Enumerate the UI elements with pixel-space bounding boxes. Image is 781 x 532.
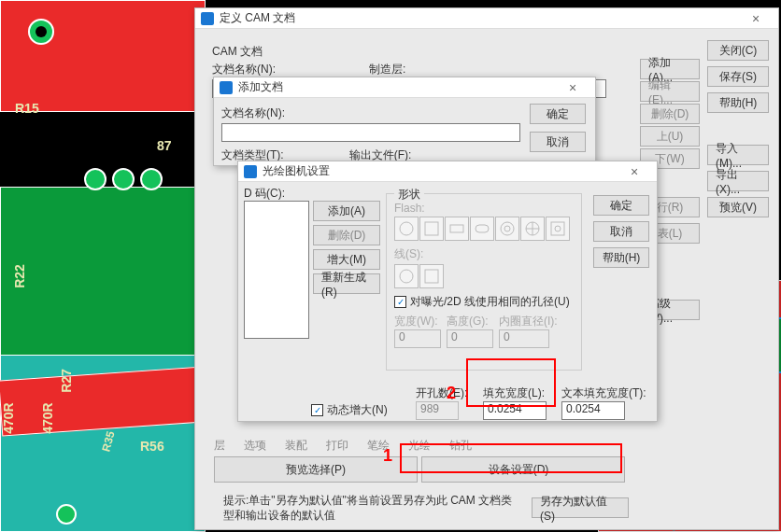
width-input: 0 [394, 329, 441, 348]
tab-option[interactable]: 选项 [244, 438, 266, 454]
svg-point-9 [400, 270, 413, 283]
line-square[interactable] [419, 264, 444, 288]
dcode-regen-button[interactable]: 重新生成(R) [313, 273, 380, 294]
edit-button[interactable]: 编辑(E)... [640, 81, 700, 102]
mfg-layer-label: 制造层: [369, 62, 405, 77]
svg-point-4 [501, 222, 514, 235]
shape-square[interactable] [419, 217, 444, 241]
tab-photo[interactable]: 光绘 [408, 438, 431, 454]
inner-dia-label: 内圈直径(I): [499, 315, 558, 328]
help-button[interactable]: 帮助(H) [707, 92, 769, 113]
apertures-label: 开孔数(E): [416, 386, 467, 399]
annotation-number-1: 1 [383, 446, 392, 466]
add-doc-title: 添加文档 [238, 79, 550, 95]
hint-text: 提示:单击"另存为默认值"将当前设置另存为此 CAM 文档类型和输出设备的默认值 [223, 494, 522, 523]
ok-button[interactable]: 确定 [530, 104, 586, 124]
dcode-delete-button[interactable]: 删除(D) [313, 225, 380, 245]
dcode-enlarge-button[interactable]: 增大(M) [313, 249, 380, 270]
dcode-list[interactable] [244, 201, 309, 339]
close-button[interactable]: 关闭(C) [707, 40, 769, 61]
inner-dia-input: 0 [499, 329, 549, 348]
same-aperture-checkbox[interactable]: ✓ 对曝光/2D 线使用相同的孔径(U) [394, 294, 570, 310]
up-button[interactable]: 上(U) [640, 126, 700, 147]
annotation-number-2: 2 [447, 384, 456, 403]
titlebar: 定义 CAM 文档 × [195, 8, 778, 29]
width-label: 宽度(W): [394, 315, 438, 328]
photoplot-window: 光绘图机设置 × D 码(C): 添加(A) 删除(D) 增大(M) 重新生成(… [237, 161, 658, 422]
height-input: 0 [447, 329, 493, 348]
pp-cancel-button[interactable]: 取消 [593, 221, 649, 242]
pp-help-button[interactable]: 帮助(H) [593, 247, 649, 268]
save-default-button[interactable]: 另存为默认值(S) [532, 497, 629, 518]
height-label: 高度(G): [447, 315, 489, 328]
svg-rect-7 [551, 222, 564, 235]
pp-ok-button[interactable]: 确定 [593, 195, 649, 216]
tab-print[interactable]: 打印 [326, 438, 348, 454]
svg-point-8 [555, 226, 561, 231]
shape-group-label: 形状 [394, 187, 424, 203]
dynamic-enlarge-checkbox[interactable]: ✓动态增大(N) [311, 402, 388, 418]
import-button[interactable]: 导入(M)... [707, 145, 769, 165]
tab-drill[interactable]: 钻孔 [449, 438, 472, 454]
close-icon[interactable]: × [739, 9, 773, 28]
shape-target[interactable] [520, 217, 545, 241]
line-circle[interactable] [394, 264, 419, 288]
svg-rect-1 [425, 222, 438, 235]
shape-oval[interactable] [470, 217, 494, 241]
svg-point-5 [504, 226, 510, 231]
fill-width-input[interactable]: 0.0254 [483, 401, 547, 420]
dcode-add-button[interactable]: 添加(A) [313, 201, 380, 221]
text-fill-input[interactable]: 0.0254 [561, 401, 625, 420]
apertures-input: 989 [416, 401, 459, 420]
cancel-button[interactable]: 取消 [530, 132, 586, 152]
shape-donut[interactable] [495, 217, 519, 241]
device-settings-button[interactable]: 设备设置(D)... [421, 456, 625, 483]
app-icon [244, 165, 257, 178]
shape-sq-donut[interactable] [546, 217, 570, 241]
svg-rect-2 [450, 225, 463, 232]
flash-label: Flash: [394, 202, 425, 215]
svg-point-0 [400, 222, 413, 235]
add-doc-name-label: 文档名称(N): [221, 106, 285, 119]
photoplot-title: 光绘图机设置 [263, 163, 612, 179]
add-doc-name-input[interactable] [221, 123, 520, 142]
save-button[interactable]: 保存(S) [707, 66, 769, 87]
fill-width-label: 填充宽度(L): [483, 386, 545, 399]
export-button[interactable]: 导出(X)... [707, 171, 769, 191]
app-icon [201, 12, 214, 25]
app-icon [220, 81, 233, 94]
preview-button[interactable]: 预览(V) [707, 197, 769, 217]
svg-rect-3 [476, 225, 489, 232]
shape-circle[interactable] [394, 217, 419, 241]
delete-button[interactable]: 删除(D) [640, 104, 700, 124]
doc-name-label: 文档名称(N): [212, 62, 276, 77]
svg-rect-10 [425, 270, 438, 283]
window-title: 定义 CAM 文档 [220, 10, 733, 26]
close-icon[interactable]: × [618, 162, 651, 181]
tab-arrange[interactable]: 装配 [285, 438, 307, 454]
close-icon[interactable]: × [556, 78, 589, 97]
add-document-window: 添加文档 × 文档名称(N): 确定 取消 文档类型(T): 输出文件(F): [213, 77, 596, 166]
line-label: 线(S): [394, 247, 423, 260]
cam-group-label: CAM 文档 [212, 45, 263, 58]
tab-layer[interactable]: 层 [214, 438, 225, 454]
text-fill-label: 文本填充宽度(T): [561, 386, 646, 399]
shape-rect[interactable] [445, 217, 469, 241]
dcode-label: D 码(C): [244, 186, 285, 202]
